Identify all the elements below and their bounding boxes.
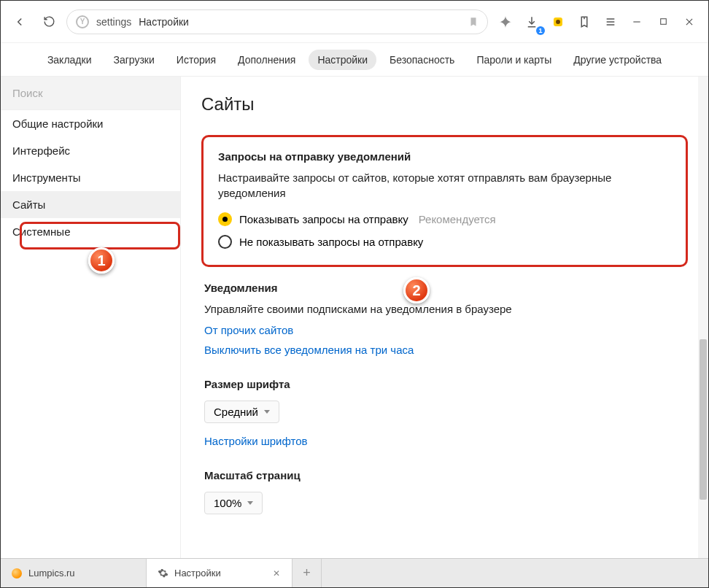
sidebar-item-sites[interactable]: Сайты [1, 191, 180, 218]
navtab-security[interactable]: Безопасность [381, 50, 463, 70]
settings-sidebar: Поиск Общие настройки Интерфейс Инструме… [1, 77, 181, 558]
link-other-sites[interactable]: От прочих сайтов [204, 324, 685, 336]
font-title: Размер шрифта [204, 378, 685, 390]
callout-badge-1: 1 [88, 247, 115, 274]
radio-hint: Рекомендуется [419, 213, 496, 225]
site-favicon: Y [76, 15, 89, 28]
notif-title: Уведомления [204, 282, 685, 294]
tab-settings[interactable]: Настройки ✕ [147, 559, 292, 587]
svg-point-1 [556, 20, 560, 24]
scrollbar-thumb[interactable] [700, 339, 707, 500]
callout-badge-2: 2 [403, 277, 430, 303]
link-font-settings[interactable]: Настройки шрифтов [204, 435, 685, 447]
navtab-passwords[interactable]: Пароли и карты [468, 50, 560, 70]
link-mute-all[interactable]: Выключить все уведомления на три часа [204, 344, 685, 356]
minimize-button[interactable] [625, 10, 648, 34]
navtab-history[interactable]: История [168, 50, 225, 70]
tab-label: Lumpics.ru [28, 568, 75, 579]
collections-icon[interactable] [573, 10, 596, 34]
address-bar[interactable]: Y settings Настройки [66, 9, 488, 34]
close-tab-icon[interactable]: ✕ [273, 569, 282, 578]
zoom-value: 100% [214, 497, 241, 509]
zoom-section: Масштаб страниц 100% [201, 469, 688, 514]
navtab-bookmarks[interactable]: Закладки [39, 50, 101, 70]
menu-icon[interactable] [599, 10, 622, 34]
zoom-select[interactable]: 100% [204, 492, 263, 514]
navtab-settings[interactable]: Настройки [309, 50, 376, 70]
notif-req-desc: Настраивайте запросы от сайтов, которые … [218, 170, 671, 201]
maximize-button[interactable] [651, 10, 675, 34]
tab-lumpics[interactable]: Lumpics.ru [1, 559, 147, 587]
tab-strip: Lumpics.ru Настройки ✕ + [1, 558, 708, 587]
radio-hide-requests[interactable]: Не показывать запросы на отправку [218, 235, 671, 249]
navtab-downloads[interactable]: Загрузки [104, 50, 163, 70]
font-size-section: Размер шрифта Средний Настройки шрифтов [201, 378, 688, 447]
tab-label: Настройки [174, 568, 221, 579]
settings-content: Сайты Запросы на отправку уведомлений На… [181, 77, 708, 558]
navtab-devices[interactable]: Другие устройства [565, 50, 670, 70]
page-title: Сайты [201, 94, 688, 115]
svg-rect-2 [660, 19, 666, 25]
radio-show-requests[interactable]: Показывать запросы на отправку Рекоменду… [218, 212, 671, 226]
sidebar-item-system[interactable]: Системные [1, 218, 180, 245]
sidebar-item-general[interactable]: Общие настройки [1, 110, 180, 137]
sidebar-search[interactable]: Поиск [1, 77, 180, 110]
gear-icon [157, 568, 168, 579]
font-size-value: Средний [214, 406, 258, 418]
bookmark-icon[interactable] [468, 16, 479, 28]
close-button[interactable] [678, 10, 701, 34]
address-prefix: settings [96, 16, 131, 28]
toolbar: Y settings Настройки 1 [1, 1, 708, 43]
extension-icon[interactable] [546, 10, 570, 34]
notifications-section: Уведомления Управляйте своими подписками… [201, 282, 688, 356]
downloads-icon[interactable]: 1 [520, 10, 543, 34]
sidebar-item-interface[interactable]: Интерфейс [1, 137, 180, 164]
tab-favicon [11, 568, 23, 579]
content-scrollbar[interactable] [698, 77, 708, 558]
reload-button[interactable] [37, 10, 61, 34]
settings-body: Поиск Общие настройки Интерфейс Инструме… [1, 77, 708, 558]
radio-icon [218, 212, 232, 226]
downloads-badge: 1 [536, 26, 545, 35]
notification-requests-section: Запросы на отправку уведомлений Настраив… [201, 135, 688, 267]
zoom-title: Масштаб страниц [204, 469, 685, 481]
radio-label: Не показывать запросы на отправку [239, 236, 423, 248]
radio-icon [218, 235, 232, 249]
notif-desc: Управляйте своими подписками на уведомле… [204, 301, 685, 317]
radio-label: Показывать запросы на отправку [239, 213, 408, 225]
new-tab-button[interactable]: + [292, 559, 322, 587]
notif-req-title: Запросы на отправку уведомлений [218, 150, 671, 163]
back-button[interactable] [8, 10, 31, 34]
address-title: Настройки [139, 16, 189, 28]
navtab-addons[interactable]: Дополнения [229, 50, 304, 70]
browser-window: Y settings Настройки 1 [0, 0, 709, 588]
font-size-select[interactable]: Средний [204, 401, 279, 423]
toolbar-icons: 1 [494, 10, 701, 34]
sidebar-item-tools[interactable]: Инструменты [1, 164, 180, 191]
zen-icon[interactable] [494, 10, 517, 34]
settings-nav: Закладки Загрузки История Дополнения Нас… [1, 43, 708, 77]
